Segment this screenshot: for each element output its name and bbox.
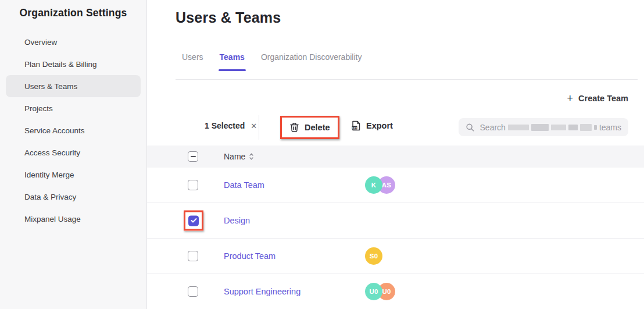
row-design-checkbox[interactable] (188, 215, 199, 226)
avatar-group: K AS (365, 176, 395, 194)
team-name-link[interactable]: Design (224, 216, 250, 225)
avatar-group: S0 (365, 247, 382, 265)
csv-export-icon: csv (351, 120, 361, 131)
avatar: K (365, 176, 382, 194)
clear-selection-icon[interactable]: ✕ (251, 122, 257, 130)
sidebar-item-label: Service Accounts (24, 126, 85, 135)
search-prefix: Search (480, 123, 506, 132)
sidebar-item-label: Data & Privacy (24, 193, 76, 201)
row-support-engineering-checkbox[interactable] (188, 286, 198, 297)
checkmark-icon (191, 218, 197, 223)
plus-icon: + (567, 93, 574, 104)
tab-bar: Users Teams Organization Discoverability (182, 52, 362, 71)
sidebar-item-plan-details-billing[interactable]: Plan Details & Billing (6, 53, 141, 75)
main-content: Users & Teams Users Teams Organization D… (147, 0, 644, 309)
selected-count: 1 Selected (205, 121, 245, 130)
app-window: Organization Settings Overview Plan Deta… (0, 0, 644, 309)
sidebar-item-identity-merge[interactable]: Identity Merge (6, 164, 141, 186)
redacted-text (580, 124, 592, 131)
selection-toolbar: 1 Selected ✕ Delete (147, 114, 644, 142)
redacted-text (508, 125, 529, 130)
sidebar-item-label: Plan Details & Billing (24, 60, 97, 69)
trash-icon (289, 122, 299, 133)
redacted-text (531, 124, 549, 131)
export-label: Export (366, 121, 393, 130)
selection-count-group: 1 Selected ✕ (205, 121, 257, 130)
create-team-label: Create Team (578, 94, 628, 103)
delete-button[interactable]: Delete (282, 118, 338, 137)
checkbox-highlight-annotation (184, 211, 203, 231)
avatar-group: U0 U0 (365, 283, 395, 300)
avatar: U0 (365, 283, 382, 300)
sidebar-item-projects[interactable]: Projects (6, 97, 141, 119)
search-icon (466, 123, 475, 132)
table-row-product-team: Product Team S0 (147, 239, 644, 274)
select-all-checkbox[interactable] (188, 151, 198, 162)
tab-organization-discoverability[interactable]: Organization Discoverability (261, 52, 362, 71)
team-name-link[interactable]: Product Team (224, 251, 276, 261)
sidebar-item-label: Mixpanel Usage (24, 215, 81, 223)
toolbar-divider (259, 115, 259, 140)
team-name-link[interactable]: Support Engineering (224, 287, 300, 296)
table-row-design: Design (147, 203, 644, 239)
sidebar-item-label: Overview (24, 38, 57, 47)
teams-table: Name Data Team K AS (147, 145, 644, 309)
row-product-team-checkbox[interactable] (188, 251, 198, 261)
sidebar-item-mixpanel-usage[interactable]: Mixpanel Usage (6, 208, 141, 230)
sidebar-item-access-security[interactable]: Access Security (6, 141, 141, 164)
name-column-label: Name (224, 152, 245, 161)
delete-highlight-annotation: Delete (280, 116, 339, 139)
sidebar-item-label: Identity Merge (24, 171, 74, 179)
sidebar-item-overview[interactable]: Overview (6, 31, 141, 53)
sidebar: Organization Settings Overview Plan Deta… (0, 0, 147, 309)
search-input[interactable]: Search teams (459, 118, 628, 136)
sidebar-nav: Overview Plan Details & Billing Users & … (0, 31, 146, 230)
table-header-row: Name (147, 145, 644, 168)
redacted-text (551, 125, 566, 130)
delete-label: Delete (305, 123, 330, 132)
sort-icon[interactable] (249, 153, 253, 160)
redacted-text (594, 125, 597, 130)
table-row-data-team: Data Team K AS (147, 168, 644, 203)
sidebar-item-service-accounts[interactable]: Service Accounts (6, 119, 141, 141)
row-data-team-checkbox[interactable] (188, 180, 198, 190)
sidebar-item-label: Users & Teams (24, 82, 77, 91)
svg-text:csv: csv (352, 126, 357, 129)
tab-users[interactable]: Users (182, 52, 203, 71)
search-suffix: teams (599, 123, 621, 132)
avatar: S0 (365, 247, 382, 265)
tabs-divider (176, 79, 638, 80)
tab-teams[interactable]: Teams (220, 52, 245, 71)
sidebar-item-label: Access Security (24, 148, 80, 157)
search-placeholder: Search teams (480, 123, 621, 132)
page-title: Users & Teams (176, 9, 281, 26)
sidebar-item-data-privacy[interactable]: Data & Privacy (6, 186, 141, 208)
team-name-link[interactable]: Data Team (224, 180, 264, 190)
sidebar-item-users-teams[interactable]: Users & Teams (6, 75, 141, 97)
export-button[interactable]: csv Export (348, 116, 396, 136)
redacted-text (568, 125, 578, 130)
create-team-button[interactable]: + Create Team (567, 93, 628, 104)
sidebar-title: Organization Settings (0, 0, 146, 19)
sidebar-item-label: Projects (24, 104, 53, 113)
table-row-support-engineering: Support Engineering U0 U0 (147, 274, 644, 309)
name-column-header: Name (224, 152, 253, 161)
